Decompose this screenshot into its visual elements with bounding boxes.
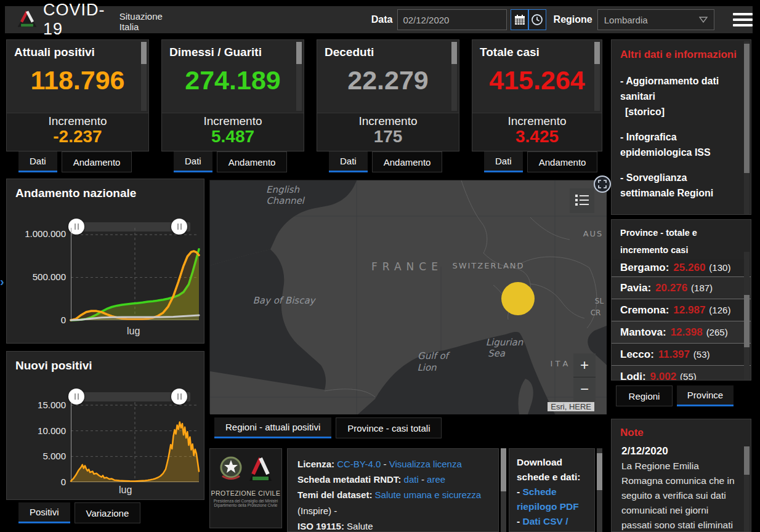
card-attuali-positivi: Attuali positivi 118.796 Incremento -2.2…	[6, 39, 149, 151]
card-scrollbar[interactable]	[451, 42, 457, 111]
legend-list-icon	[575, 194, 589, 208]
map-label-gulf-of: Gulf of	[418, 350, 451, 361]
map-label-slovenia: SL	[595, 297, 604, 305]
province-row-pavia[interactable]: Pavia:20.276(187)	[612, 277, 751, 299]
license-link-visualizza[interactable]: Visualizza licenza	[389, 459, 462, 469]
province-value: 20.276	[655, 282, 687, 294]
card-scrollbar[interactable]	[594, 42, 600, 111]
tab-dati[interactable]: Dati	[18, 151, 57, 172]
download-link-csv-json[interactable]: Dati CSV / JSON	[517, 516, 568, 532]
link-aggiornamento-dati-sanitari[interactable]: - Aggiornamento dati sanitari	[620, 73, 742, 104]
map-label-italy: I T A	[551, 359, 568, 368]
dataset-link-salute[interactable]: Salute umana e sicurezza	[375, 490, 482, 500]
logo-line-2: Presidenza del Consiglio dei Ministri	[210, 499, 281, 503]
increment-value: 3.425	[472, 128, 602, 145]
map[interactable]: English Channel Bay of Biscay Gulf of Li…	[209, 180, 606, 414]
time-button[interactable]	[528, 9, 546, 30]
tab-andamento[interactable]: Andamento	[62, 151, 132, 172]
calendar-icon	[514, 14, 526, 26]
tab-dati[interactable]: Dati	[329, 151, 368, 172]
new-positives-tabs: Positivi Variazione	[18, 502, 140, 523]
tab-variazione[interactable]: Variazione	[75, 502, 141, 523]
province-row-lecco[interactable]: Lecco:11.397(53)	[612, 344, 751, 366]
map-label-croatia: CR	[591, 308, 601, 317]
note-scrollbar[interactable]	[744, 446, 750, 532]
province-row-lodi[interactable]: Lodi:9.002(55)	[612, 366, 751, 381]
separator: -	[381, 459, 389, 469]
regione-label: Regione	[554, 14, 592, 25]
card-scrollbar[interactable]	[141, 42, 147, 111]
link-sorveglianza-regioni[interactable]: - Sorveglianza settimanale Regioni	[620, 170, 742, 201]
zoom-out-button[interactable]: −	[573, 377, 596, 401]
download-link-pdf[interactable]: Schede riepilogo PDF	[517, 486, 579, 512]
map-label-channel: Channel	[266, 195, 305, 206]
province-delta: (265)	[706, 327, 728, 337]
license-link-ccby[interactable]: CC-BY-4.0	[337, 459, 381, 469]
zoom-in-button[interactable]: +	[573, 353, 596, 377]
footer-logo-box: PROTEZIONE CIVILE Presidenza del Consigl…	[209, 448, 282, 528]
calendar-button[interactable]	[511, 9, 528, 30]
province-row-bergamo[interactable]: Bergamo:25.260(130)	[612, 259, 751, 277]
chevron-down-icon	[699, 17, 708, 23]
card-dimessi-guariti: Dimessi / Guariti 274.189 Incremento 5.4…	[161, 39, 304, 151]
increment-value: 175	[317, 128, 459, 145]
y-tick: 500.000	[12, 272, 66, 282]
info-scrollbar[interactable]	[744, 41, 750, 214]
legend-button[interactable]	[570, 188, 594, 213]
y-tick: 0	[12, 477, 66, 487]
province-name: Mantova:	[620, 326, 666, 339]
link-infografica-iss[interactable]: - Infografica epidemiologica ISS	[620, 129, 742, 160]
province-delta: (53)	[693, 349, 710, 360]
tab-dati[interactable]: Dati	[484, 151, 523, 172]
tab-province[interactable]: Province	[677, 385, 734, 406]
province-row-cremona[interactable]: Cremona:12.987(126)	[612, 299, 751, 321]
province-row-mantova[interactable]: Mantova:12.398(265)	[612, 321, 751, 344]
province-scrollbar[interactable]	[744, 252, 750, 380]
card-value: 274.189	[162, 65, 304, 95]
tab-regioni-attuali-positivi[interactable]: Regioni - attuali positivi	[214, 417, 331, 438]
link-storico[interactable]: [storico]	[620, 104, 742, 119]
tab-positivi[interactable]: Positivi	[18, 502, 70, 523]
expand-map-button[interactable]	[594, 175, 611, 193]
new-positives-chart	[71, 402, 199, 482]
card-scrollbar[interactable]	[296, 42, 302, 111]
menu-button[interactable]	[733, 10, 753, 30]
new-positives-panel: Nuovi positivi 15.000 10.000 5.000 0 lug	[6, 351, 204, 500]
metadata-link-aree[interactable]: aree	[427, 474, 445, 485]
clock-icon	[531, 14, 543, 26]
app-header: COVID-19 Situazione Italia Data Regione …	[5, 6, 753, 33]
regione-select[interactable]: Lombardia	[597, 9, 714, 30]
tab-province-casi-totali[interactable]: Province - casi totali	[336, 417, 442, 438]
national-trend-panel: Andamento nazionale 1.000.000 500.000 0 …	[6, 179, 204, 344]
separator: -	[419, 474, 427, 485]
card-totale-casi: Totale casi 415.264 Incremento 3.425	[472, 39, 602, 151]
download-scrollbar[interactable]	[597, 448, 602, 532]
x-axis-label: lug	[127, 326, 140, 337]
tab-dati[interactable]: Dati	[174, 151, 212, 172]
province-name: Cremona:	[620, 304, 669, 316]
link-aggiornamento[interactable]: - Aggiornamento	[620, 211, 742, 215]
tab-andamento[interactable]: Andamento	[217, 151, 288, 172]
card-title: Attuali positivi	[7, 40, 148, 59]
province-delta: (126)	[709, 305, 730, 315]
province-name: Bergamo:	[620, 262, 669, 274]
logo-line-3: Dipartimento della Protezione Civile	[210, 503, 281, 507]
province-name: Lodi:	[620, 371, 646, 381]
province-name: Lecco:	[620, 349, 654, 361]
page-title: COVID-19	[43, 1, 113, 39]
card-deceduti: Deceduti 22.279 Incremento 175	[317, 39, 459, 151]
card-title: Deceduti	[317, 40, 459, 59]
metadata-link-dati[interactable]: dati	[404, 474, 419, 485]
tab-andamento[interactable]: Andamento	[372, 151, 443, 172]
tab-andamento[interactable]: Andamento	[527, 151, 598, 172]
tab-regioni[interactable]: Regioni	[616, 385, 673, 406]
panel-expand-arrow-icon[interactable]: ›	[0, 275, 4, 289]
regione-value: Lombardia	[604, 15, 648, 25]
card-tabs: Dati Andamento	[174, 151, 287, 172]
region-bubble-lombardia[interactable]	[501, 282, 535, 315]
date-input[interactable]	[397, 9, 507, 30]
license-scrollbar[interactable]	[501, 448, 506, 532]
info-links-panel: Altri dati e informazioni - Aggiornament…	[611, 39, 751, 215]
map-zoom-controls: + −	[573, 353, 596, 401]
province-panel: Province - totale e incremento casi Berg…	[611, 219, 751, 381]
